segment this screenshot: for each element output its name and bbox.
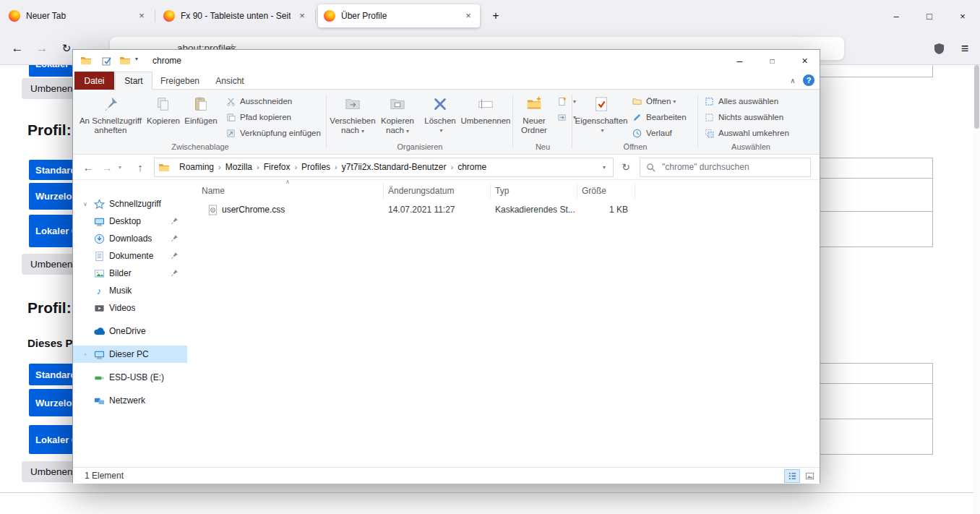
search-input[interactable]: "chrome" durchsuchen	[640, 158, 811, 177]
scrollbar-thumb[interactable]	[974, 65, 979, 129]
breadcrumb-item[interactable]: Firefox	[259, 158, 295, 176]
paste-shortcut-button[interactable]: Verknüpfung einfügen	[225, 126, 321, 140]
open-icon	[631, 95, 642, 107]
breadcrumb-item[interactable]: Roaming	[175, 158, 218, 176]
tab-neuer-tab[interactable]: Neuer Tab ×	[3, 4, 153, 27]
tab-separator	[155, 9, 155, 22]
column-header-modified[interactable]: Änderungsdatum	[384, 183, 491, 199]
sidebar-item-label: Bilder	[109, 268, 132, 278]
sidebar-item-this-pc[interactable]: › Dieser PC	[73, 346, 187, 363]
new-item-button[interactable]: ▾	[556, 94, 576, 108]
expander-icon[interactable]: ›	[80, 351, 90, 358]
qat-properties-icon[interactable]	[102, 56, 112, 68]
documents-icon	[92, 251, 106, 262]
breadcrumb-item[interactable]: Mozilla	[221, 158, 257, 176]
sidebar-item-downloads[interactable]: Downloads	[73, 230, 187, 247]
copy-path-button[interactable]: Pfad kopieren	[225, 110, 291, 124]
button-label: Verknüpfung einfügen	[240, 129, 321, 137]
breadcrumb-item[interactable]: chrome	[453, 158, 491, 176]
dropdown-icon: ▾	[361, 128, 364, 134]
column-header-name[interactable]: Name	[187, 183, 384, 199]
explorer-title-bar[interactable]: ▾ chrome – □ ×	[73, 50, 820, 72]
select-none-button[interactable]: Nichts auswählen	[703, 110, 783, 124]
easy-access-button[interactable]: ▾	[556, 110, 576, 124]
tab-close-icon[interactable]: ×	[136, 10, 147, 22]
sidebar-item-documents[interactable]: Dokumente	[73, 247, 187, 265]
shield-icon[interactable]	[928, 38, 950, 59]
menu-button[interactable]: ≡	[954, 38, 976, 59]
ribbon-tab-ansicht[interactable]: Ansicht	[207, 72, 252, 90]
sidebar-item-music[interactable]: ♪ Musik	[73, 282, 187, 299]
css-file-icon	[207, 205, 218, 218]
sidebar-item-quick-access[interactable]: ∨ Schnellzugriff	[73, 195, 187, 213]
collapse-ribbon-icon[interactable]: ∧	[786, 72, 800, 90]
nav-up-icon[interactable]: ↑	[131, 158, 150, 176]
window-close-button[interactable]: ×	[946, 0, 979, 32]
sidebar-item-esd-usb[interactable]: ESD-USB (E:)	[73, 369, 187, 386]
cut-button[interactable]: Ausschneiden	[225, 94, 292, 108]
window-minimize-button[interactable]: –	[880, 0, 913, 32]
explorer-minimize-button[interactable]: –	[723, 50, 756, 72]
address-bar[interactable]: Roaming › Mozilla › Firefox › Profiles ›…	[154, 158, 614, 177]
sidebar-item-network[interactable]: Netzwerk	[73, 392, 187, 409]
recent-locations-dropdown-icon[interactable]: ▾	[115, 158, 125, 176]
move-to-button[interactable]: Verschieben nach▾	[330, 92, 375, 140]
details-view-button[interactable]	[784, 469, 800, 483]
rename-button[interactable]: Umbenennen	[460, 92, 511, 140]
sidebar-item-videos[interactable]: Videos	[73, 299, 187, 317]
breadcrumb-item[interactable]: y7t7ii2x.Standard-Benutzer	[338, 158, 451, 176]
column-header-type[interactable]: Typ	[491, 183, 577, 199]
invert-selection-button[interactable]: Auswahl umkehren	[703, 126, 789, 140]
tab-fx90[interactable]: Fx 90 - Tableiste unten - Seite 1 ×	[158, 4, 314, 27]
group-label-select: Auswählen	[699, 142, 803, 151]
ribbon-tab-start[interactable]: Start	[115, 72, 152, 90]
sidebar-item-pictures[interactable]: Bilder	[73, 265, 187, 282]
refresh-icon[interactable]: ↻	[616, 158, 635, 176]
pin-to-quick-access-button[interactable]: An Schnellzugriff anheften	[77, 92, 144, 140]
nav-forward-icon[interactable]: →	[98, 158, 116, 176]
copy-to-button[interactable]: Kopieren nach▾	[377, 92, 418, 140]
window-maximize-button[interactable]: □	[913, 0, 946, 32]
tab-close-icon[interactable]: ×	[296, 10, 308, 22]
new-tab-button[interactable]: +	[487, 7, 504, 25]
properties-button[interactable]: Eigenschaften ▾	[579, 92, 624, 140]
file-row[interactable]: userChrome.css 14.07.2021 11:27 Kaskadie…	[187, 202, 650, 219]
qat-new-folder-icon[interactable]	[119, 55, 131, 69]
delete-button[interactable]: Löschen ▾	[421, 92, 459, 140]
tab-ueber-profile[interactable]: Über Profile ×	[318, 4, 480, 27]
button-label: Einfügen	[184, 116, 217, 126]
tab-close-icon[interactable]: ×	[463, 10, 474, 22]
edit-button[interactable]: Bearbeiten	[631, 110, 687, 124]
thumbnail-view-button[interactable]	[801, 469, 817, 483]
explorer-maximize-button[interactable]: □	[756, 50, 788, 72]
page-scrollbar[interactable]	[973, 65, 980, 514]
expander-icon[interactable]: ∨	[80, 201, 90, 207]
new-folder-button[interactable]: Neuer Ordner	[515, 92, 553, 140]
forward-button[interactable]: →	[30, 37, 53, 60]
copy-button[interactable]: Kopieren	[145, 92, 181, 140]
qat-customize-dropdown-icon[interactable]: ▾	[135, 56, 138, 62]
select-all-button[interactable]: Alles auswählen	[703, 94, 778, 108]
pin-icon	[171, 234, 179, 244]
sidebar-item-onedrive[interactable]: OneDrive	[73, 322, 187, 340]
button-label: Neuer	[523, 116, 545, 126]
open-button[interactable]: Öffnen ▾	[631, 94, 676, 108]
address-dropdown-icon[interactable]: ▾	[603, 158, 606, 176]
nav-back-icon[interactable]: ←	[79, 158, 98, 176]
explorer-close-button[interactable]: ×	[788, 50, 821, 72]
this-pc-icon	[92, 349, 106, 360]
sidebar-item-desktop[interactable]: Desktop	[73, 213, 187, 230]
back-button[interactable]: ←	[6, 37, 29, 60]
group-label-open: Öffnen	[573, 142, 697, 151]
breadcrumb-item[interactable]: Profiles	[297, 158, 335, 176]
new-item-icon	[556, 95, 567, 107]
button-label: Umbenennen	[460, 116, 510, 126]
ribbon-tab-datei[interactable]: Datei	[74, 72, 114, 90]
ribbon-tab-freigeben[interactable]: Freigeben	[154, 72, 206, 90]
column-header-size[interactable]: Größe	[577, 183, 635, 199]
history-button[interactable]: Verlauf	[631, 126, 672, 140]
help-icon[interactable]: ?	[803, 74, 814, 86]
usb-drive-icon	[92, 372, 106, 383]
paste-button[interactable]: Einfügen	[183, 92, 219, 140]
firefox-tab-bar: Neuer Tab × Fx 90 - Tableiste unten - Se…	[0, 0, 980, 32]
